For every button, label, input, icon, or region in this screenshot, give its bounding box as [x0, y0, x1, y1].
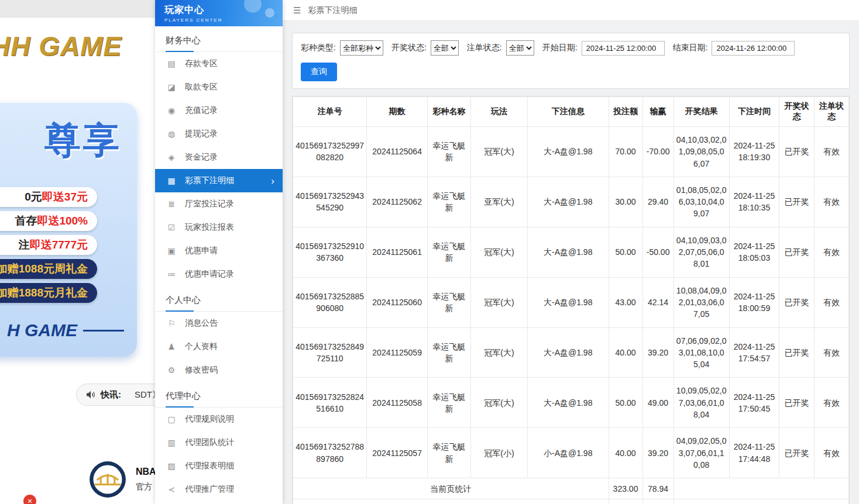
cell-bet-info: 小-A盘@1.98 — [527, 428, 609, 478]
cell-period: 20241125064 — [367, 127, 428, 177]
cell-draw-result: 04,10,09,03,02,07,05,06,08,01 — [674, 227, 729, 277]
sidebar-item-label: 玩家投注报表 — [185, 222, 234, 233]
sidebar-item-label: 代理规则说明 — [185, 414, 234, 424]
lottery-bet-detail-icon: ▦ — [167, 176, 176, 185]
total-stats-winloss: 78.94 — [642, 499, 674, 504]
nba-promo[interactable]: NBA 官方 — [89, 461, 155, 498]
promo-pill-text: 注 — [19, 237, 30, 253]
total-stats-amount: 323.00 — [609, 499, 642, 504]
funds-record-icon: ◈ — [167, 153, 176, 162]
main-panel: ☰ 彩票下注明细 彩种类型: 全部彩种 开奖状态: 全部 注单状态 — [283, 0, 859, 504]
cell-bet-info: 大-A盘@1.98 — [527, 327, 609, 378]
column-header: 注单号 — [293, 97, 367, 127]
sidebar-item[interactable]: ▢ 代理规则说明 › — [155, 408, 283, 431]
bets-table-panel: 注单号 期数 彩种名称 玩法 下注信息 投注额 输赢 — [292, 96, 850, 504]
cell-bet-time: 2024-11-25 17:44:48 — [729, 428, 779, 478]
lottery-type-select[interactable]: 全部彩种 — [340, 40, 383, 56]
sidebar-item[interactable]: ◍ 提现记录 › — [155, 122, 283, 146]
column-header: 投注额 — [609, 97, 642, 127]
sidebar-item[interactable]: ☑ 玩家投注报表 › — [155, 216, 283, 239]
cell-order-status: 有效 — [815, 227, 849, 277]
cell-draw-status: 已开奖 — [779, 127, 815, 177]
cell-bet-info: 大-A盘@1.98 — [527, 277, 609, 327]
query-button[interactable]: 查询 — [301, 63, 337, 81]
start-date-input[interactable] — [582, 41, 665, 56]
hall-bet-record-icon: ≣ — [167, 199, 176, 209]
cell-period: 20241125058 — [367, 378, 428, 428]
promo-pill-accent-text: 加赠1088元周礼金 — [0, 261, 88, 277]
table-header-row: 注单号 期数 彩种名称 玩法 下注信息 投注额 输赢 — [293, 97, 849, 127]
cell-play: 冠军(小) — [470, 428, 527, 478]
filter-start-date: 开始日期: — [542, 41, 665, 56]
cell-bet-info: 大-A盘@1.98 — [527, 227, 609, 277]
filter-row: 彩种类型: 全部彩种 开奖状态: 全部 注单状态: 全部 — [301, 40, 841, 56]
column-header: 彩种名称 — [427, 97, 470, 127]
agent-promotion-icon: ≺ — [167, 485, 176, 494]
sidebar-menu: 财务中心 ▤ 存款专区 › ◪ 取款专区 › — [155, 26, 283, 501]
cell-lottery-name: 幸运飞艇新 — [427, 177, 470, 227]
decor-line — [83, 330, 124, 332]
total-stats-empty — [674, 499, 848, 504]
cell-period: 20241125057 — [367, 428, 428, 478]
sidebar-item-label: 优惠申请 — [185, 246, 218, 256]
table-row: 401569173252849725110 20241125059 幸运飞艇新 … — [293, 327, 849, 378]
cell-bet-info: 大-A盘@1.98 — [527, 127, 609, 177]
sidebar-item[interactable]: ◪ 取款专区 › — [155, 75, 283, 99]
site-logo: HH GAME — [0, 30, 122, 62]
sidebar-item[interactable]: ▦ 彩票下注明细 › — [155, 169, 283, 192]
sidebar-item[interactable]: ≺ 代理推广管理 › — [155, 478, 283, 501]
promo-pill[interactable]: 加赠1088元周礼金 — [0, 259, 97, 279]
promo-pill-list: 0元 即送37元 首存 即送100% 注 即送7777元 加赠1088元周礼金 … — [0, 187, 137, 303]
sidebar-item[interactable]: ◉ 充值记录 › — [155, 99, 283, 122]
sidebar-section-title-text: 财务中心 — [166, 35, 201, 45]
cell-bet-amount: 70.00 — [609, 127, 642, 177]
promo-banner: 尊享 0元 即送37元 首存 即送100% 注 即送7777元 加赠1088元周… — [0, 103, 137, 357]
sidebar-item[interactable]: ▥ 代理团队统计 › — [155, 431, 283, 454]
promo-pill[interactable]: 注 即送7777元 — [0, 235, 97, 255]
cell-bet-time: 2024-11-25 17:50:45 — [729, 378, 779, 428]
sidebar-item[interactable]: ♟ 个人资料 › — [155, 335, 283, 358]
end-date-label: 结束日期: — [673, 43, 708, 53]
cell-order-status: 有效 — [815, 177, 849, 227]
table-row: 401569173252788897860 20241125057 幸运飞艇新 … — [293, 428, 849, 478]
sidebar-item[interactable]: ▤ 存款专区 › — [155, 52, 283, 75]
menu-icon[interactable]: ☰ — [293, 5, 301, 16]
sidebar-item[interactable]: ▨ 代理报表明细 › — [155, 454, 283, 478]
sidebar-item[interactable]: ◈ 资金记录 › — [155, 146, 283, 169]
promo-pill[interactable]: 首存 即送100% — [0, 211, 97, 231]
promo-pill[interactable]: 加赠1888元月礼金 — [0, 283, 97, 303]
sidebar-item[interactable]: ≣ 厅室投注记录 › — [155, 192, 283, 216]
end-date-input[interactable] — [712, 41, 795, 56]
cell-bet-time: 2024-11-25 17:54:57 — [729, 327, 779, 378]
cell-bet-amount: 50.00 — [609, 227, 642, 277]
table-row: 401569173252910367360 20241125061 幸运飞艇新 … — [293, 227, 849, 277]
cell-win-loss: 29.40 — [642, 177, 674, 227]
draw-status-select[interactable]: 全部 — [431, 40, 459, 56]
bets-table: 注单号 期数 彩种名称 玩法 下注信息 投注额 输赢 — [293, 96, 849, 504]
sidebar-item[interactable]: ⚙ 修改密码 › — [155, 358, 283, 382]
filter-end-date: 结束日期: — [673, 41, 795, 56]
cell-order-status: 有效 — [815, 127, 849, 177]
page-stats-winloss: 78.94 — [642, 478, 674, 499]
cell-order-status: 有效 — [815, 428, 849, 478]
cell-draw-result: 10,08,04,09,02,01,03,06,07,05 — [674, 277, 729, 327]
cell-bet-amount: 40.00 — [609, 428, 642, 478]
decor-circle — [265, 8, 274, 18]
cell-order-status: 有效 — [815, 277, 849, 327]
sidebar-item[interactable]: ≔ 优惠申请记录 › — [155, 263, 283, 286]
order-status-select[interactable]: 全部 — [506, 40, 534, 56]
withdraw-icon: ◪ — [167, 82, 176, 92]
cell-bet-time: 2024-11-25 18:00:59 — [729, 277, 779, 327]
cell-bet-time: 2024-11-25 18:05:03 — [729, 227, 779, 277]
cell-play: 亚军(大) — [470, 177, 527, 227]
sidebar-item[interactable]: ▣ 优惠申请 › — [155, 239, 283, 263]
promo-banner-title: 尊享 — [44, 116, 137, 165]
change-password-icon: ⚙ — [167, 365, 176, 375]
close-icon[interactable]: ✕ — [23, 495, 36, 504]
sidebar-item-label: 资金记录 — [185, 152, 218, 163]
sidebar-item[interactable]: ⚐ 消息公告 › — [155, 312, 283, 335]
cell-win-loss: 49.00 — [642, 378, 674, 428]
promo-pill[interactable]: 0元 即送37元 — [0, 187, 97, 207]
filter-order-status: 注单状态: 全部 — [467, 40, 534, 56]
sidebar-subtitle: PLAYERS CENTER — [164, 18, 283, 23]
